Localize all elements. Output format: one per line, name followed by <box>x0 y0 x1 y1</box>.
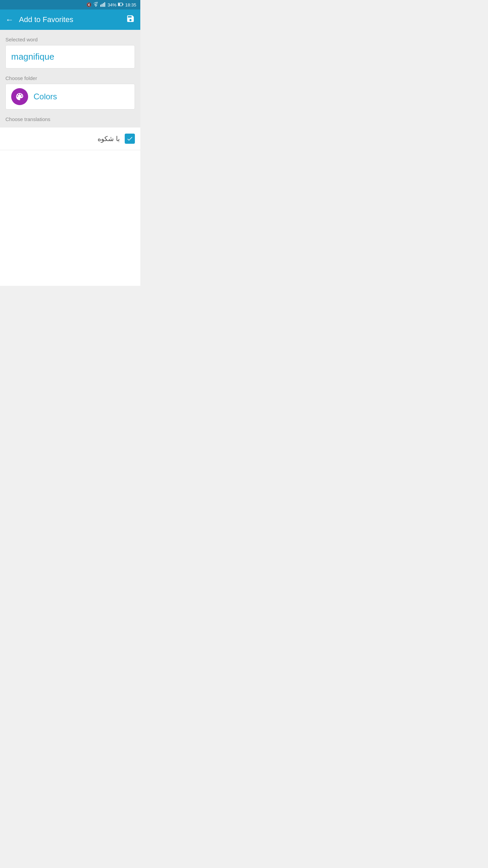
save-button[interactable] <box>126 14 135 25</box>
translation-item[interactable]: با شکوه <box>0 127 140 150</box>
selected-word-value: magnifique <box>11 52 54 62</box>
mute-icon: 🔇 <box>86 2 92 7</box>
status-time: 18:35 <box>125 2 136 7</box>
app-bar-left: ← Add to Favorites <box>5 15 73 24</box>
wifi-icon <box>93 2 99 8</box>
translation-checkbox[interactable] <box>125 134 135 144</box>
app-bar: ← Add to Favorites <box>0 9 140 30</box>
svg-rect-3 <box>104 2 105 6</box>
folder-name: Colors <box>34 92 57 101</box>
choose-translations-label: Choose translations <box>5 116 135 127</box>
empty-content <box>0 150 140 286</box>
status-icons: 🔇 34% 18:35 <box>86 2 136 8</box>
svg-rect-1 <box>102 4 103 7</box>
folder-selector[interactable]: Colors <box>5 84 135 110</box>
app-bar-title: Add to Favorites <box>19 15 73 24</box>
battery-percentage: 34% <box>107 2 116 7</box>
svg-rect-0 <box>101 4 101 6</box>
svg-rect-6 <box>123 3 123 5</box>
translations-area: با شکوه <box>0 127 140 150</box>
palette-icon <box>15 92 24 101</box>
back-button[interactable]: ← <box>5 15 14 24</box>
signal-icon <box>100 2 106 8</box>
folder-icon-circle <box>11 88 28 105</box>
translation-text: با شکوه <box>98 135 120 143</box>
choose-folder-label: Choose folder <box>5 75 135 81</box>
selected-word-box: magnifique <box>5 45 135 68</box>
battery-icon <box>118 2 123 7</box>
content-area: Selected word magnifique Choose folder C… <box>0 30 140 127</box>
checkmark-icon <box>126 135 133 142</box>
status-bar: 🔇 34% 18:35 <box>0 0 140 9</box>
selected-word-label: Selected word <box>5 37 135 42</box>
svg-rect-2 <box>103 3 104 7</box>
